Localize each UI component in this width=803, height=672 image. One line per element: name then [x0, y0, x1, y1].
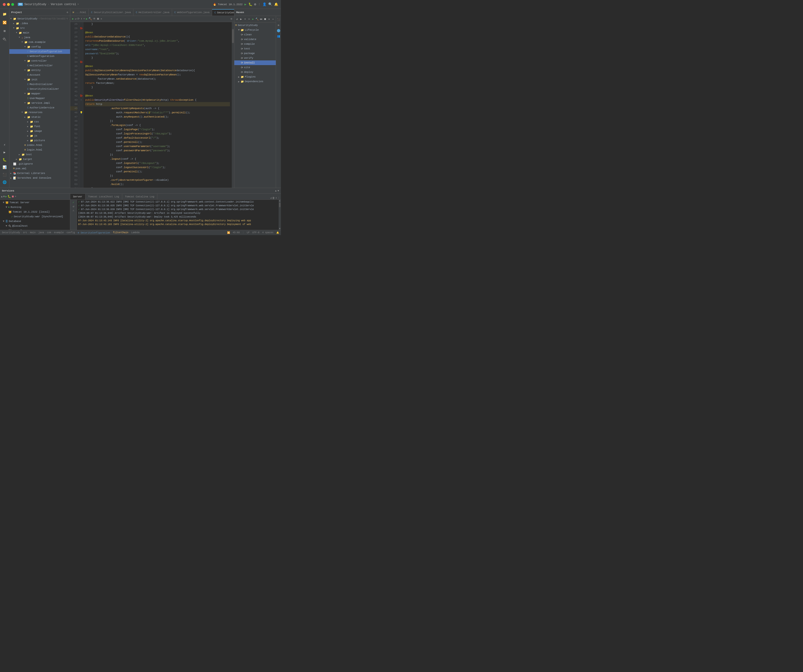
tree-resources[interactable]: ▼ 📁resources: [9, 110, 70, 115]
maven-more-icon[interactable]: ⋯: [271, 16, 275, 22]
run-icon[interactable]: ▶: [1, 148, 8, 156]
tab-security-config[interactable]: C SecurityConfiguration.java ✕: [212, 9, 234, 16]
profiler-icon[interactable]: 📊: [1, 163, 8, 171]
maven-site[interactable]: ⟳ site: [234, 65, 276, 70]
project-icon[interactable]: 📁: [1, 10, 8, 18]
tree-root[interactable]: ▼ 📁 SecurityStudy ~/Desktop/CS/JavaEE/4 …: [9, 16, 70, 21]
log-thumb[interactable]: [279, 203, 280, 207]
tree-target[interactable]: ▶ 📁target: [9, 157, 70, 161]
tree-login-html[interactable]: Hlogin.html: [9, 148, 70, 152]
log-tab-server[interactable]: Server: [70, 194, 85, 200]
services-icon[interactable]: ⚡: [1, 141, 8, 148]
tree-main[interactable]: ▼ 📁main: [9, 31, 70, 35]
tree-java[interactable]: ▼ ☕java: [9, 35, 70, 40]
maven-validate[interactable]: ⟳ validate: [234, 37, 276, 42]
maven-run-icon[interactable]: ▶: [239, 16, 243, 22]
build-icon[interactable]: 🔨: [88, 17, 92, 21]
tree-idea[interactable]: ▶ 📁.idea: [9, 21, 70, 26]
tree-src[interactable]: ▼ 📁src: [9, 26, 70, 31]
maven-install[interactable]: ⟳ install: [234, 60, 276, 65]
log-tab-localhost[interactable]: Tomcat Localhost Log: [85, 194, 122, 200]
overide-marker[interactable]: ↑: [79, 98, 83, 102]
tree-account[interactable]: CAccount: [9, 73, 70, 77]
cancel-icon[interactable]: ✕: [101, 17, 102, 21]
add-icon[interactable]: +: [83, 17, 85, 21]
avatar-button[interactable]: 👤: [262, 2, 267, 7]
maven-compile[interactable]: ⟳ compile: [234, 42, 276, 46]
maven-stop-icon[interactable]: ⏹: [263, 16, 267, 22]
tree-controller[interactable]: ▼ 📁controller: [9, 59, 70, 63]
service-running[interactable]: ▼ ● Running: [0, 205, 70, 210]
maven-icon-3[interactable]: 👥: [276, 34, 281, 39]
maven-verify[interactable]: ⟳ verify: [234, 56, 276, 60]
view-icon[interactable]: 👁: [93, 17, 96, 21]
tree-css[interactable]: ▶ 📁css: [9, 119, 70, 124]
maven-icon-2[interactable]: m: [276, 23, 281, 28]
more-button[interactable]: ⋮: [258, 3, 260, 6]
download-icon[interactable]: ⬇: [81, 17, 82, 21]
refresh-icon[interactable]: ⟳: [77, 17, 80, 21]
tree-index-html[interactable]: Hindex.html: [9, 143, 70, 148]
log-scroll-down[interactable]: ▼: [279, 228, 280, 230]
structure-icon[interactable]: ⊞: [1, 27, 8, 35]
log-sync-icon[interactable]: ↺: [73, 205, 74, 208]
tree-main-init[interactable]: CMainInitializer: [9, 82, 70, 87]
service-tomcat-server[interactable]: ▼ 🐱 Tomcat Server: [0, 200, 70, 205]
service-localhost[interactable]: ▼ 🔌 @localhost: [0, 224, 70, 228]
log-more-icon[interactable]: ⋮: [278, 197, 280, 200]
maven-package[interactable]: ⟳ package: [234, 51, 276, 56]
tab-web-config[interactable]: C WebConfiguration.java: [172, 9, 212, 16]
plugins-icon[interactable]: 🔌: [1, 36, 8, 43]
settings-button[interactable]: ⚙: [254, 2, 256, 7]
tree-init[interactable]: ▼ 📁init: [9, 77, 70, 82]
maven-lifecycle[interactable]: ▼ 📁 Lifecycle: [234, 28, 276, 32]
tree-scratches[interactable]: ▶ 📝Scratches and Consoles: [9, 176, 70, 180]
svc-up-icon[interactable]: ▲: [1, 195, 3, 199]
svc-add-icon[interactable]: +: [15, 195, 16, 199]
tree-external-libraries[interactable]: ▶ 📚External Libraries: [9, 171, 70, 176]
log-warning-icon[interactable]: ⚠: [73, 208, 74, 212]
log-scroll-icon[interactable]: ⬇: [275, 197, 277, 200]
tree-js[interactable]: ▶ 📁js: [9, 133, 70, 138]
maven-dependencies[interactable]: ▶ 📁 Dependencies: [234, 79, 276, 84]
services-down-icon[interactable]: ▼: [278, 189, 279, 192]
service-artifact[interactable]: ✓ SecurityStudy:war [Synchronized]: [0, 214, 70, 219]
close-button[interactable]: [3, 3, 6, 6]
more-options-icon[interactable]: ⚙: [231, 17, 232, 21]
stop-icon[interactable]: ⏹: [97, 17, 99, 21]
maven-icon-1[interactable]: ⬛: [276, 17, 281, 22]
tree-web-config[interactable]: CWebConfiguration: [9, 54, 70, 59]
tree-security-config[interactable]: CSecurityConfiguration: [9, 49, 70, 54]
tree-static[interactable]: ▶ 📁static: [9, 115, 70, 119]
maven-tree[interactable]: M SecurityStudy ▼ 📁 Lifecycle ⟳ clean: [234, 23, 276, 188]
search-button[interactable]: 🔍: [268, 2, 272, 7]
encoding[interactable]: UTF-8: [252, 231, 259, 234]
maven-test[interactable]: ⟳ test: [234, 46, 276, 51]
tree-entity[interactable]: ▼ 📁entity: [9, 68, 70, 73]
tree-pom-xml[interactable]: Mpom.xml: [9, 166, 70, 171]
maven-add-icon[interactable]: +: [247, 16, 251, 22]
scrollbar-thumb[interactable]: [232, 29, 234, 43]
debug-icon[interactable]: 🐛: [1, 156, 8, 163]
tree-test[interactable]: ▶ 📁test: [9, 152, 70, 157]
svc-debug-icon[interactable]: 🐛: [8, 195, 11, 199]
maven-skip-icon[interactable]: ⏭: [259, 16, 263, 22]
log-clear-icon[interactable]: 🗑: [272, 197, 275, 200]
tab-hello-controller[interactable]: C HelloController.java: [133, 9, 172, 16]
maven-clean[interactable]: ⟳ clean: [234, 32, 276, 37]
tab-html[interactable]: H ...html: [70, 9, 89, 16]
services-up-icon[interactable]: ▲: [275, 189, 277, 192]
tree-security-init[interactable]: CSecurityInitializer: [9, 87, 70, 91]
line-ending[interactable]: LF: [247, 231, 250, 234]
minimize-button[interactable]: [7, 3, 10, 6]
maximize-button[interactable]: [11, 3, 14, 6]
service-tomcat-instance[interactable]: 🐱 Tomcat 10.1.2322 [local]: [0, 210, 70, 214]
tree-user-mapper[interactable]: IUserMapper: [9, 96, 70, 101]
service-console[interactable]: ⬛ console: [0, 228, 70, 230]
run-tool-icon[interactable]: ▶: [72, 17, 74, 21]
log-check-icon[interactable]: ✓: [73, 201, 74, 204]
svc-run-icon[interactable]: ▶: [5, 195, 7, 199]
log-scroll-up[interactable]: ▲: [279, 200, 280, 202]
services-tree[interactable]: ▼ 🐱 Tomcat Server ▼ ● Running 🐱 Tomcat 1…: [0, 200, 70, 230]
maven-plugins[interactable]: ▶ 📁 Plugins: [234, 75, 276, 79]
